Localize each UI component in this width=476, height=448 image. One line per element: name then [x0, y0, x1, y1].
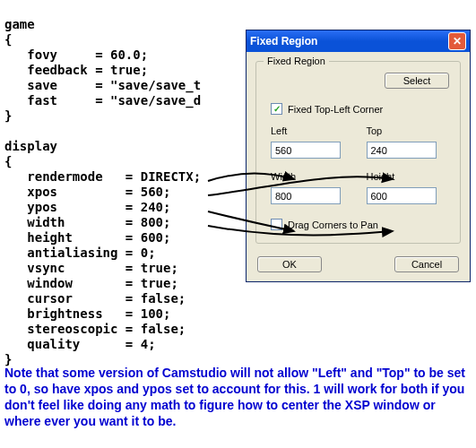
drag-corners-label: Drag Corners to Pan [288, 220, 378, 230]
left-label: Left [271, 125, 351, 136]
height-input[interactable] [367, 187, 437, 204]
titlebar[interactable]: Fixed Region ✕ [247, 30, 470, 52]
left-input[interactable] [271, 142, 341, 159]
dialog-body: Fixed Region Select ✓ Fixed Top-Left Cor… [247, 52, 470, 281]
fixed-region-dialog: Fixed Region ✕ Fixed Region Select ✓ Fix… [246, 30, 471, 282]
height-label: Height [367, 171, 446, 182]
top-label: Top [367, 125, 446, 136]
drag-corners-checkbox[interactable] [271, 219, 282, 230]
fixed-topleft-label: Fixed Top-Left Corner [288, 104, 383, 115]
group-title: Fixed Region [264, 56, 329, 66]
ok-button[interactable]: OK [257, 256, 322, 272]
code-block: game { fovy = 60.0; feedback = true; sav… [4, 17, 201, 367]
cancel-button[interactable]: Cancel [394, 256, 459, 272]
top-input[interactable] [367, 142, 437, 159]
select-button[interactable]: Select [385, 73, 449, 89]
width-label: Width [271, 171, 351, 182]
footnote: Note that some version of Camstudio will… [4, 365, 471, 429]
width-input[interactable] [271, 187, 341, 204]
close-icon[interactable]: ✕ [448, 32, 466, 50]
fixed-topleft-checkbox[interactable]: ✓ [271, 103, 282, 115]
fixed-region-group: Fixed Region Select ✓ Fixed Top-Left Cor… [255, 61, 461, 244]
window-title: Fixed Region [250, 35, 317, 47]
